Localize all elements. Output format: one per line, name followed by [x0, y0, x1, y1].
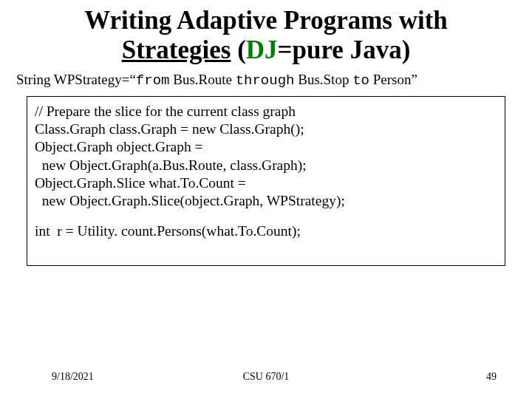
code-line: int r = Utility. count.Persons(what.To.C… [35, 222, 497, 240]
footer-date: 9/18/2021 [52, 371, 94, 383]
code-line: Object.Graph.Slice what.To.Count = [35, 174, 497, 192]
slide-title: Writing Adaptive Programs with Strategie… [15, 6, 517, 66]
code-line: // Prepare the slice for the current cla… [35, 103, 497, 120]
kw-to: to [352, 72, 369, 89]
code-line: Class.Graph class.Graph = new Class.Grap… [35, 120, 497, 138]
slide-footer: 9/18/2021 CSU 670/1 49 [0, 371, 532, 383]
code-line: Object.Graph object.Graph = [35, 138, 497, 156]
title-strategies: Strategies [122, 35, 231, 64]
code-line: new Object.Graph.Slice(object.Graph, WPS… [35, 192, 497, 210]
code-line: new Object.Graph(a.Bus.Route, class.Grap… [35, 157, 497, 174]
code-box: // Prepare the slice for the current cla… [27, 96, 505, 267]
title-line1: Writing Adaptive Programs with [84, 6, 448, 35]
quote-open: “ [129, 72, 135, 87]
footer-course: CSU 670/1 [243, 371, 290, 383]
kw-through: through [236, 72, 295, 89]
footer-page: 49 [486, 371, 497, 383]
quote-close: ” [411, 72, 417, 87]
strategy-declaration: String WPStrategy=“from Bus.Route throug… [16, 72, 517, 89]
strategy-person: Person [369, 72, 411, 87]
title-dj: DJ [246, 35, 278, 64]
title-tail: =pure Java) [278, 35, 411, 64]
strategy-busroute: Bus.Route [169, 72, 235, 87]
strategy-busstop: Bus.Stop [294, 72, 352, 87]
title-paren-open: ( [231, 35, 245, 64]
kw-from: from [136, 72, 170, 89]
strategy-lhs: String WPStrategy= [16, 72, 129, 87]
